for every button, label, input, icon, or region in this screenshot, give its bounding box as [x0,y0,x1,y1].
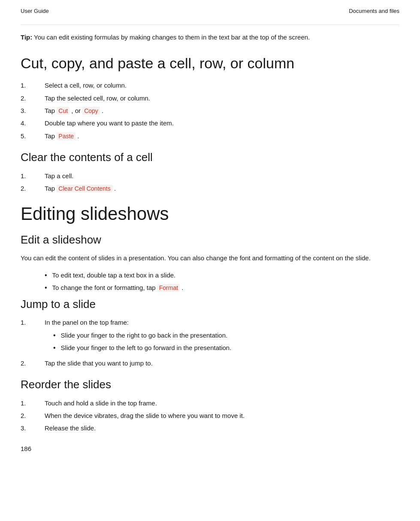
step-content: Double tap where you want to paste the i… [45,118,399,128]
step-num: 1. [21,317,45,355]
sub-bullet-text: Slide your finger to the right to go bac… [61,330,228,340]
list-item: 2. Tap Clear Cell Contents . [21,183,399,194]
step-content: Tap a cell. [45,171,399,181]
section-edit-slideshow: Edit a slideshow You can edit the conten… [21,233,399,293]
step-content: Tap the slide that you want to jump to. [45,358,399,368]
step-num: 3. [21,423,45,433]
tip-label: Tip: [21,34,32,41]
header-right: Documents and files [349,8,399,14]
edit-slideshow-description: You can edit the content of slides in a … [21,253,399,263]
edit-slideshow-bullets: To edit text, double tap a text box in a… [45,270,399,293]
reorder-slides-title: Reorder the slides [21,378,399,392]
step-content: In the panel on the top frame: Slide you… [45,317,399,355]
step-num: 2. [21,358,45,368]
section-editing-slideshows: Editing slideshows [21,203,399,225]
list-item: Slide your finger to the right to go bac… [53,330,399,341]
editing-slideshows-title: Editing slideshows [21,203,399,225]
page-container: User Guide Documents and files Tip: You … [0,0,420,469]
format-highlight: Format [157,284,180,292]
step-content: Touch and hold a slide in the top frame. [45,398,399,408]
bullet-text: To edit text, double tap a text box in a… [52,270,176,280]
jump-slide-title: Jump to a slide [21,297,399,312]
edit-slideshow-title: Edit a slideshow [21,233,399,247]
step-content: Tap Cut , or Copy . [45,106,399,116]
sub-bullet-list: Slide your finger to the right to go bac… [53,330,399,353]
step-content: When the device vibrates, drag the slide… [45,411,399,420]
list-item: 2. When the device vibrates, drag the sl… [21,411,399,420]
step-num: 2. [21,411,45,420]
step-content: Tap the selected cell, row, or column. [45,93,399,103]
reorder-slides-list: 1. Touch and hold a slide in the top fra… [21,398,399,433]
step-num: 2. [21,93,45,103]
header-left: User Guide [21,8,49,14]
step-content: Select a cell, row, or column. [45,80,399,90]
cut-highlight: Cut [57,107,69,115]
section-jump-slide: Jump to a slide 1. In the panel on the t… [21,297,399,368]
list-item: 3. Tap Cut , or Copy . [21,106,399,116]
step-content: Release the slide. [45,423,399,433]
section-clear-contents: Clear the contents of a cell 1. Tap a ce… [21,150,399,194]
jump-slide-list: 1. In the panel on the top frame: Slide … [21,317,399,368]
section-cut-copy-paste: Cut, copy, and paste a cell, row, or col… [21,55,399,141]
paste-highlight: Paste [57,132,76,140]
list-item: 2. Tap the slide that you want to jump t… [21,358,399,368]
list-item: 3. Release the slide. [21,423,399,433]
step-num: 3. [21,106,45,116]
list-item: 1. Touch and hold a slide in the top fra… [21,398,399,408]
list-item: 1. Select a cell, row, or column. [21,80,399,90]
copy-highlight: Copy [82,107,100,115]
clear-contents-list: 1. Tap a cell. 2. Tap Clear Cell Content… [21,171,399,194]
step-num: 4. [21,118,45,128]
clear-contents-title: Clear the contents of a cell [21,150,399,165]
list-item: 1. In the panel on the top frame: Slide … [21,317,399,355]
bullet-text: To change the font or formatting, tap Fo… [52,283,184,293]
list-item: 2. Tap the selected cell, row, or column… [21,93,399,103]
list-item: To change the font or formatting, tap Fo… [45,283,399,293]
page-number: 186 [21,445,399,452]
step-content: Tap Clear Cell Contents . [45,183,399,194]
list-item: To edit text, double tap a text box in a… [45,270,399,280]
step-num: 1. [21,80,45,90]
page-header: User Guide Documents and files [21,8,399,14]
tip-text: You can edit existing formulas by making… [32,34,310,41]
tip-block: Tip: You can edit existing formulas by m… [21,33,399,43]
list-item: Slide your finger to the left to go forw… [53,343,399,353]
step-num: 2. [21,183,45,194]
section-reorder-slides: Reorder the slides 1. Touch and hold a s… [21,378,399,433]
step-num: 1. [21,171,45,181]
list-item: 5. Tap Paste . [21,131,399,141]
list-item: 1. Tap a cell. [21,171,399,181]
step-num: 1. [21,398,45,408]
step-content: Tap Paste . [45,131,399,141]
header-divider [21,24,399,25]
cut-copy-paste-list: 1. Select a cell, row, or column. 2. Tap… [21,80,399,141]
sub-bullet-text: Slide your finger to the left to go forw… [61,343,232,353]
cut-copy-paste-title: Cut, copy, and paste a cell, row, or col… [21,55,399,72]
list-item: 4. Double tap where you want to paste th… [21,118,399,128]
clear-cell-highlight: Clear Cell Contents [57,185,112,192]
step-num: 5. [21,131,45,141]
